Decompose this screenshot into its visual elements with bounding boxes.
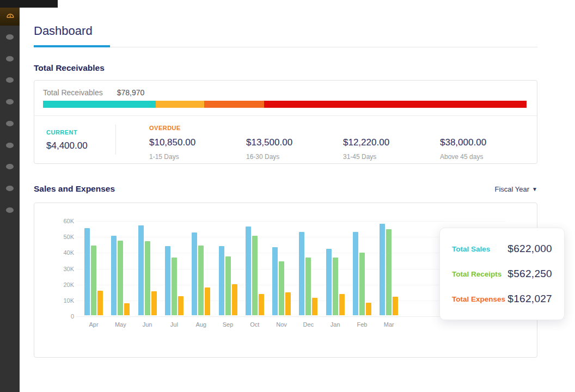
sidebar-nav-item-icon[interactable] [6,56,14,62]
total-sales-row: Total Sales $622,000 [452,243,552,255]
expenses-bar [205,287,210,315]
sidebar-nav-item-icon[interactable] [6,121,14,126]
receipts-bar [252,236,258,315]
sales-bar [192,232,197,315]
aging-period: 1-15 Days [149,153,246,161]
dashboard-gauge-icon [5,11,15,22]
receipts-bar [198,246,204,315]
expenses-bar [97,291,103,315]
x-axis-label: Jul [161,321,187,328]
totals-summary-card: Total Sales $622,000 Total Receipts $562… [439,228,565,320]
receipts-bar [333,258,338,315]
x-axis-label: Aug [188,321,214,328]
receivables-total-amount: $78,970 [117,88,145,97]
aging-period: Above 45 days [440,153,537,161]
total-sales-label: Total Sales [452,245,490,253]
y-axis-label: 40K [52,249,74,256]
receipts-bar [145,241,150,315]
aging-columns: $10,850.00 1-15 Days $13,500.00 16-30 Da… [149,137,537,161]
bar-group-jun [138,225,157,315]
total-sales-value: $622,000 [507,243,552,255]
bar-group-nov [272,247,291,315]
total-expenses-value: $162,027 [507,293,552,305]
total-expenses-label: Total Expenses [452,295,505,303]
receipts-bar [118,241,123,315]
receivables-summary-row: Total Receivables $78,970 [43,88,144,97]
total-receipts-row: Total Receipts $562,250 [452,268,552,280]
sales-bar [353,232,358,315]
y-axis-label: 10K [52,297,74,304]
gridline [76,221,506,222]
expenses-bar [285,292,291,315]
sidebar-nav-item-icon[interactable] [6,34,14,40]
y-axis-label: 0 [52,313,74,320]
aging-bar-segment-overdue-31plus [264,101,527,108]
sidebar-nav-item-icon[interactable] [6,186,14,191]
sales-bar [299,232,304,315]
expenses-bar [178,296,183,315]
sales-bar [165,246,170,315]
sales-bar [138,225,144,315]
sidebar-item-dashboard[interactable] [0,8,20,26]
sidebar [0,0,20,392]
expenses-bar [232,284,237,315]
fiscal-year-dropdown[interactable]: Fiscal Year ▼ [495,185,538,193]
sales-bar [246,226,251,315]
receipts-bar [91,246,96,315]
receivables-aging-bar [43,101,527,108]
bar-group-jul [165,246,183,315]
current-label: CURRENT [46,129,115,136]
page-title: Dashboard [34,24,93,38]
aging-bar-segment-overdue-16-30 [204,101,264,108]
aging-bucket: $38,000.00 Above 45 days [440,137,537,161]
receipts-bar [172,258,177,315]
x-axis-label: Mar [376,321,402,328]
y-axis-label: 50K [52,234,74,240]
bar-group-aug [192,232,210,315]
receivables-card: Total Receivables $78,970 CURRENT $4,400… [34,80,537,164]
x-axis-label: Apr [81,321,107,328]
sales-bar [111,236,117,315]
fiscal-year-label: Fiscal Year [495,185,530,193]
expenses-bar [366,303,371,315]
sidebar-nav-item-icon[interactable] [6,99,14,105]
sidebar-nav-item-icon[interactable] [6,143,14,148]
aging-bar-segment-current [43,101,156,108]
y-axis-label: 60K [52,218,74,224]
overdue-label: OVERDUE [149,125,181,131]
receivables-card-label: Total Receivables [43,88,103,97]
bar-group-sep [219,246,237,315]
receipts-bar [359,253,365,315]
aging-amount: $12,220.00 [343,137,440,148]
y-axis-label: 30K [52,266,74,272]
top-left-bar-fragment [0,0,58,8]
x-axis-label: Jun [134,321,161,328]
x-axis-label: Feb [349,321,375,328]
bar-group-oct [246,226,264,315]
aging-period: 31-45 Days [343,153,440,161]
x-axis-label: Jan [322,321,348,328]
aging-bar-segment-overdue-1-15 [156,101,204,108]
sales-expenses-section-title: Sales and Expenses [34,184,115,194]
sales-bar [219,246,224,315]
sales-expenses-header: Sales and Expenses Fiscal Year ▼ [34,184,537,194]
sidebar-nav-item-icon[interactable] [6,77,14,83]
expenses-bar [151,291,157,315]
x-axis-label: Sep [215,321,241,328]
bar-group-mar [380,224,398,315]
expenses-bar [393,297,398,315]
sales-bar [380,224,385,315]
sidebar-nav-item-icon[interactable] [6,164,14,169]
expenses-bar [339,294,345,315]
receipts-bar [305,258,311,315]
aging-period: 16-30 Days [246,153,343,161]
aging-amount: $10,850.00 [149,137,246,148]
receivables-section-title: Total Receivables [34,63,105,73]
x-axis-label: May [107,321,133,328]
title-underline [34,45,110,47]
sales-bar [272,247,278,315]
aging-bucket: $13,500.00 16-30 Days [246,137,343,161]
sidebar-nav-item-icon[interactable] [6,207,14,213]
bar-group-may [111,236,130,315]
receivables-breakdown: CURRENT $4,400.00 OVERDUE $10,850.00 1-1… [34,116,537,163]
